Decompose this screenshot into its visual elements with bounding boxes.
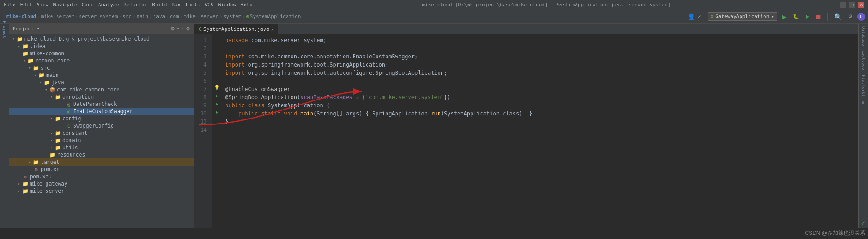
code-line-9: public class SystemApplication { bbox=[225, 101, 858, 110]
tree-label: pom.xml bbox=[30, 173, 52, 180]
maximize-button[interactable]: □ bbox=[849, 2, 855, 8]
tree-item-annotation-folder[interactable]: ▾ 📁 annotation bbox=[9, 93, 194, 100]
menu-navigate[interactable]: Navigate bbox=[53, 2, 77, 8]
panel-layout-button[interactable]: ≡ bbox=[177, 26, 179, 32]
breadcrumb-item-9[interactable]: system bbox=[223, 14, 241, 19]
tree-item-mike-server[interactable]: ▸ 📁 mike-server bbox=[9, 187, 194, 195]
tree-item-domain[interactable]: ▸ 📁 domain bbox=[9, 137, 194, 144]
tree-item-DateParamCheck[interactable]: ▸ @ DateParamCheck bbox=[9, 100, 194, 108]
code-line-7: @EnableCustomSwagger bbox=[225, 85, 858, 93]
tree-item-EnableCustomSwagger[interactable]: ▸ @ EnableCustomSwagger bbox=[9, 108, 194, 115]
breadcrumb-item-1[interactable]: mike-server bbox=[41, 14, 74, 19]
breadcrumb-item-6[interactable]: com bbox=[170, 14, 179, 19]
java-class-icon: C bbox=[65, 124, 72, 129]
tree-label: mike-common bbox=[30, 50, 64, 57]
tree-item-idea[interactable]: ▸ 📁 .idea bbox=[9, 43, 194, 50]
gutter-13 bbox=[212, 116, 222, 124]
menu-help[interactable]: Help bbox=[241, 2, 253, 8]
minimize-button[interactable]: — bbox=[840, 2, 846, 8]
run-button[interactable]: ▶ bbox=[780, 12, 788, 21]
tree-arrow: ▸ bbox=[49, 145, 54, 150]
menu-refactor[interactable]: Refactor bbox=[123, 2, 147, 8]
tree-item-pom-common[interactable]: ▸ m pom.xml bbox=[9, 166, 194, 173]
settings-button[interactable]: ⚙ bbox=[846, 13, 854, 20]
folder-icon: 📁 bbox=[22, 51, 29, 57]
tree-item-java[interactable]: ▾ 📁 java bbox=[9, 79, 194, 86]
breadcrumb-item-10[interactable]: ⚙ bbox=[246, 14, 249, 19]
menu-run[interactable]: Run bbox=[171, 2, 180, 8]
run-config-selector[interactable]: ⚙ GatewayApplication ▾ bbox=[708, 12, 777, 21]
window-controls[interactable]: — □ ✕ bbox=[840, 2, 864, 8]
tree-arrow: ▸ bbox=[16, 182, 22, 186]
folder-icon: 📁 bbox=[22, 43, 29, 49]
toolbar: mike-cloud › mike-server › server-system… bbox=[0, 10, 868, 24]
breadcrumb-item-11[interactable]: SystemApplication bbox=[250, 14, 301, 19]
tree-item-common-core[interactable]: ▾ 📁 common-core bbox=[9, 57, 194, 64]
tree-item-SwaggerConfig[interactable]: ▸ C SwaggerConfig bbox=[9, 122, 194, 129]
search-everywhere-button[interactable]: 🔍 bbox=[832, 12, 844, 21]
sidebar-project-icon[interactable]: Project bbox=[0, 25, 9, 33]
title-bar: File Edit View Navigate Code Analyze Ref… bbox=[0, 0, 868, 10]
breadcrumb-item-2[interactable]: server-system bbox=[79, 14, 118, 19]
folder-icon: 📁 bbox=[33, 159, 40, 165]
menu-view[interactable]: View bbox=[37, 2, 49, 8]
tree-arrow: ▸ bbox=[16, 44, 22, 48]
menu-tools[interactable]: Tools bbox=[185, 2, 200, 8]
gutter-9[interactable]: ▶ bbox=[212, 100, 222, 108]
panel-actions[interactable]: ⚙ ≡ ÷ ⚙ bbox=[170, 26, 190, 32]
menu-bar[interactable]: File Edit View Navigate Code Analyze Ref… bbox=[4, 2, 253, 8]
tree-item-mike-common[interactable]: ▾ 📁 mike-common bbox=[9, 50, 194, 57]
xml-icon: m bbox=[22, 174, 29, 179]
tree-item-mike-gateway[interactable]: ▸ 📁 mike-gateway bbox=[9, 180, 194, 187]
menu-vcs[interactable]: VCS bbox=[204, 2, 213, 8]
breadcrumb-item-7[interactable]: mike bbox=[184, 14, 196, 19]
tree-item-utils[interactable]: ▸ 📁 utils bbox=[9, 144, 194, 151]
tree-item-resources[interactable]: ▸ 📁 resources bbox=[9, 151, 194, 158]
tree-item-mike-cloud[interactable]: ▾ 📁 mike-cloud D:\mk-project\base\mike-c… bbox=[9, 35, 194, 43]
tree-item-config-folder[interactable]: ▾ 📁 config bbox=[9, 115, 194, 122]
watermark: CSDN @多加辣也没关系 bbox=[805, 229, 865, 237]
panel-settings-button[interactable]: ⚙ bbox=[170, 26, 175, 32]
gutter-10[interactable]: ▶ bbox=[212, 108, 222, 116]
tree-item-package[interactable]: ▾ 📦 com.mike.common.core bbox=[9, 86, 194, 93]
panel-gear-button[interactable]: ⚙ bbox=[186, 26, 190, 32]
gutter-8[interactable]: ▶ bbox=[212, 91, 222, 100]
breadcrumb-item-8[interactable]: server bbox=[200, 14, 218, 19]
panel-options-button[interactable]: ÷ bbox=[181, 26, 184, 32]
main-layout: Project Project ▾ ⚙ ≡ ÷ ⚙ ▾ 📁 mike-cloud… bbox=[0, 24, 868, 228]
dropdown-icon: ▾ bbox=[771, 14, 774, 19]
menu-analyze[interactable]: Analyze bbox=[98, 2, 119, 8]
breadcrumb-item-4[interactable]: main bbox=[137, 14, 149, 19]
coverage-button[interactable]: ▶ bbox=[804, 13, 811, 20]
tab-close-button[interactable]: ✕ bbox=[271, 27, 274, 32]
menu-edit[interactable]: Edit bbox=[20, 2, 33, 8]
debug-button[interactable]: 🐛 bbox=[791, 13, 801, 20]
folder-icon: 📁 bbox=[22, 181, 29, 187]
tree-arrow: ▾ bbox=[49, 116, 54, 121]
menu-build[interactable]: Build bbox=[152, 2, 167, 8]
breadcrumb-item-3[interactable]: src bbox=[123, 14, 132, 19]
tree-arrow: ▾ bbox=[16, 51, 22, 56]
close-button[interactable]: ✕ bbox=[858, 2, 864, 8]
tree-item-target-folder[interactable]: ▸ 📁 target bbox=[9, 158, 194, 166]
breadcrumb-item-5[interactable]: java bbox=[153, 14, 165, 19]
tab-SystemApplication[interactable]: C SystemApplication.java ✕ bbox=[194, 24, 278, 34]
menu-window[interactable]: Window bbox=[218, 2, 236, 8]
menu-code[interactable]: Code bbox=[81, 2, 94, 8]
tree-item-pom-root[interactable]: ▸ m pom.xml bbox=[9, 173, 194, 180]
breadcrumb-item-0[interactable]: mike-cloud bbox=[6, 14, 36, 19]
code-content[interactable]: package com.mike.server.system; import c… bbox=[222, 34, 858, 228]
sidebar-right-leetcode[interactable]: Leetcode bbox=[860, 48, 867, 72]
sidebar-right-database[interactable]: Database bbox=[860, 24, 867, 48]
tree-item-main[interactable]: ▾ 📁 main bbox=[9, 72, 194, 79]
menu-file[interactable]: File bbox=[4, 2, 16, 8]
folder-icon: 📁 bbox=[33, 65, 40, 71]
tree-item-src[interactable]: ▾ 📁 src bbox=[9, 64, 194, 72]
stop-button[interactable]: ◼ bbox=[814, 12, 823, 21]
folder-icon: 📁 bbox=[54, 130, 61, 136]
sidebar-right-flutter[interactable]: FlutterUI bbox=[860, 73, 867, 99]
tree-item-constant[interactable]: ▸ 📁 constant bbox=[9, 129, 194, 137]
tree-label: EnableCustomSwagger bbox=[73, 108, 133, 115]
gutter-3 bbox=[212, 51, 222, 59]
sidebar-right-m[interactable]: m bbox=[860, 100, 867, 105]
